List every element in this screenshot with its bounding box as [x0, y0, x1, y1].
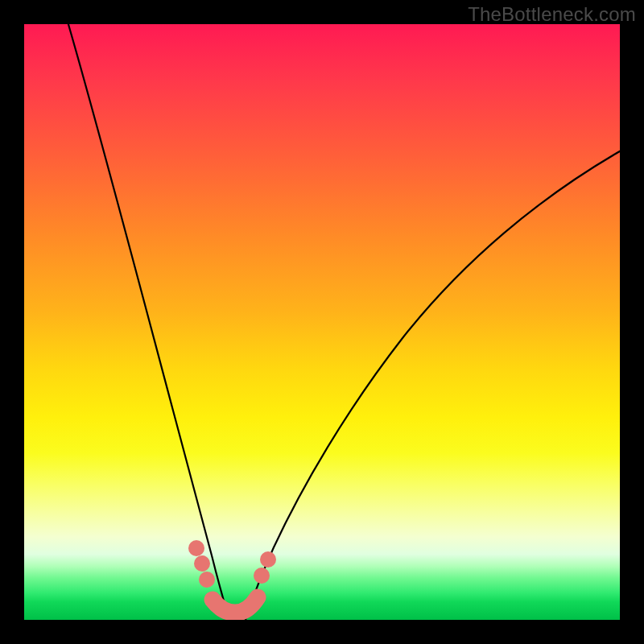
outer-frame: TheBottleneck.com — [0, 0, 644, 644]
marker-dot — [260, 551, 276, 568]
marker-layer — [24, 24, 620, 620]
watermark-text: TheBottleneck.com — [468, 3, 636, 26]
marker-dot — [199, 572, 215, 588]
plot-area — [24, 24, 620, 620]
marker-dot — [194, 555, 210, 572]
marker-dot — [254, 568, 270, 584]
bottom-worm — [213, 597, 258, 613]
marker-dot — [188, 540, 204, 556]
